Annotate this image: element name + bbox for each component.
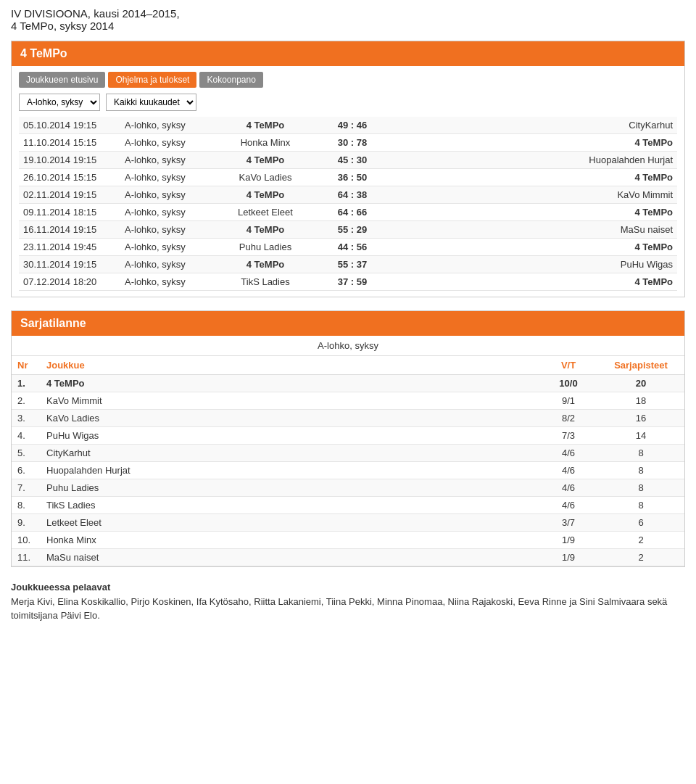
- standing-row: 11. MaSu naiset 1/9 2: [12, 549, 684, 566]
- game-lohko: A-lohko, syksy: [120, 169, 207, 186]
- game-lohko: A-lohko, syksy: [120, 117, 207, 134]
- standing-pisteet: 8: [597, 497, 684, 514]
- standing-joukkue: TikS Ladies: [41, 497, 539, 514]
- game-score: 44 : 56: [323, 239, 381, 256]
- standing-vt: 4/6: [539, 497, 597, 514]
- game-home: 4 TeMPo: [207, 152, 323, 169]
- standing-pisteet: 8: [597, 462, 684, 479]
- tab-joukkueen-etusivu[interactable]: Joukkueen etusivu: [19, 72, 105, 88]
- standing-nr: 2.: [12, 392, 41, 410]
- standing-pisteet: 2: [597, 549, 684, 566]
- game-row: 30.11.2014 19:15 A-lohko, syksy 4 TeMPo …: [19, 256, 677, 273]
- col-vt: V/T: [539, 356, 597, 375]
- standing-row: 2. KaVo Mimmit 9/1 18: [12, 392, 684, 410]
- standing-vt: 10/0: [539, 375, 597, 392]
- standings-header-row: Nr Joukkue V/T Sarjapisteet: [12, 356, 684, 375]
- standing-vt: 9/1: [539, 392, 597, 410]
- game-lohko: A-lohko, syksy: [120, 186, 207, 204]
- page-title: IV DIVISIOONA, kausi 2014–2015, 4 TeMPo,…: [11, 7, 685, 32]
- footer-text: Joukkueessa pelaavatMerja Kivi, Elina Ko…: [11, 580, 685, 623]
- game-score: 30 : 78: [323, 134, 381, 152]
- game-score: 37 : 59: [323, 273, 381, 291]
- standing-vt: 1/9: [539, 532, 597, 549]
- standings-header: Sarjatilanne: [12, 311, 684, 336]
- tab-kokoonpano[interactable]: Kokoonpano: [199, 72, 262, 88]
- standings-table: Nr Joukkue V/T Sarjapisteet 1. 4 TeMPo 1…: [12, 356, 684, 566]
- tab-ohjelma-tulokset[interactable]: Ohjelma ja tulokset: [108, 72, 196, 88]
- standing-pisteet: 2: [597, 532, 684, 549]
- game-away: MaSu naiset: [381, 221, 677, 239]
- game-lohko: A-lohko, syksy: [120, 204, 207, 221]
- game-away: 4 TeMPo: [381, 273, 677, 291]
- game-row: 07.12.2014 18:20 A-lohko, syksy TikS Lad…: [19, 273, 677, 291]
- game-score: 64 : 66: [323, 204, 381, 221]
- standing-pisteet: 16: [597, 410, 684, 427]
- standing-row: 8. TikS Ladies 4/6 8: [12, 497, 684, 514]
- standing-pisteet: 20: [597, 375, 684, 392]
- game-score: 45 : 30: [323, 152, 381, 169]
- game-home: 4 TeMPo: [207, 186, 323, 204]
- game-lohko: A-lohko, syksy: [120, 239, 207, 256]
- standing-nr: 3.: [12, 410, 41, 427]
- standing-row: 7. Puhu Ladies 4/6 8: [12, 479, 684, 497]
- game-home: 4 TeMPo: [207, 256, 323, 273]
- standing-joukkue: Letkeet Eleet: [41, 514, 539, 532]
- game-home: 4 TeMPo: [207, 221, 323, 239]
- game-date: 11.10.2014 15:15: [19, 134, 120, 152]
- standing-nr: 10.: [12, 532, 41, 549]
- standing-vt: 4/6: [539, 479, 597, 497]
- game-lohko: A-lohko, syksy: [120, 221, 207, 239]
- game-home: Puhu Ladies: [207, 239, 323, 256]
- standing-pisteet: 14: [597, 427, 684, 445]
- game-row: 02.11.2014 19:15 A-lohko, syksy 4 TeMPo …: [19, 186, 677, 204]
- game-away: 4 TeMPo: [381, 239, 677, 256]
- game-away: Huopalahden Hurjat: [381, 152, 677, 169]
- standing-joukkue: 4 TeMPo: [41, 375, 539, 392]
- filter-bar: A-lohko, syksy Kaikki kuukaudet: [19, 94, 677, 111]
- standing-pisteet: 6: [597, 514, 684, 532]
- standing-joukkue: Huopalahden Hurjat: [41, 462, 539, 479]
- game-row: 19.10.2014 19:15 A-lohko, syksy 4 TeMPo …: [19, 152, 677, 169]
- game-date: 09.11.2014 18:15: [19, 204, 120, 221]
- game-away: PuHu Wigas: [381, 256, 677, 273]
- team-section-body: Joukkueen etusivu Ohjelma ja tulokset Ko…: [12, 66, 684, 297]
- standing-nr: 6.: [12, 462, 41, 479]
- game-row: 23.11.2014 19:45 A-lohko, syksy Puhu Lad…: [19, 239, 677, 256]
- game-away: 4 TeMPo: [381, 134, 677, 152]
- game-away: KaVo Mimmit: [381, 186, 677, 204]
- game-score: 36 : 50: [323, 169, 381, 186]
- standing-joukkue: KaVo Mimmit: [41, 392, 539, 410]
- kuukausi-select[interactable]: Kaikki kuukaudet: [106, 94, 196, 111]
- col-nr: Nr: [12, 356, 41, 375]
- standing-row: 6. Huopalahden Hurjat 4/6 8: [12, 462, 684, 479]
- col-sarjapisteet: Sarjapisteet: [597, 356, 684, 375]
- standing-nr: 1.: [12, 375, 41, 392]
- game-row: 05.10.2014 19:15 A-lohko, syksy 4 TeMPo …: [19, 117, 677, 134]
- standing-pisteet: 18: [597, 392, 684, 410]
- game-home: KaVo Ladies: [207, 169, 323, 186]
- lohko-select[interactable]: A-lohko, syksy: [19, 94, 100, 111]
- standing-joukkue: Puhu Ladies: [41, 479, 539, 497]
- game-lohko: A-lohko, syksy: [120, 152, 207, 169]
- standing-row: 4. PuHu Wigas 7/3 14: [12, 427, 684, 445]
- standing-pisteet: 8: [597, 479, 684, 497]
- game-score: 55 : 37: [323, 256, 381, 273]
- game-row: 09.11.2014 18:15 A-lohko, syksy Letkeet …: [19, 204, 677, 221]
- game-away: CityKarhut: [381, 117, 677, 134]
- standing-joukkue: Honka Minx: [41, 532, 539, 549]
- standing-vt: 1/9: [539, 549, 597, 566]
- team-section-header: 4 TeMPo: [12, 41, 684, 66]
- standing-joukkue: CityKarhut: [41, 445, 539, 462]
- game-away: 4 TeMPo: [381, 169, 677, 186]
- game-home: Honka Minx: [207, 134, 323, 152]
- game-score: 64 : 38: [323, 186, 381, 204]
- standing-vt: 8/2: [539, 410, 597, 427]
- game-lohko: A-lohko, syksy: [120, 134, 207, 152]
- standing-nr: 7.: [12, 479, 41, 497]
- standing-joukkue: PuHu Wigas: [41, 427, 539, 445]
- game-home: 4 TeMPo: [207, 117, 323, 134]
- game-lohko: A-lohko, syksy: [120, 256, 207, 273]
- standing-vt: 3/7: [539, 514, 597, 532]
- game-date: 16.11.2014 19:15: [19, 221, 120, 239]
- standing-nr: 11.: [12, 549, 41, 566]
